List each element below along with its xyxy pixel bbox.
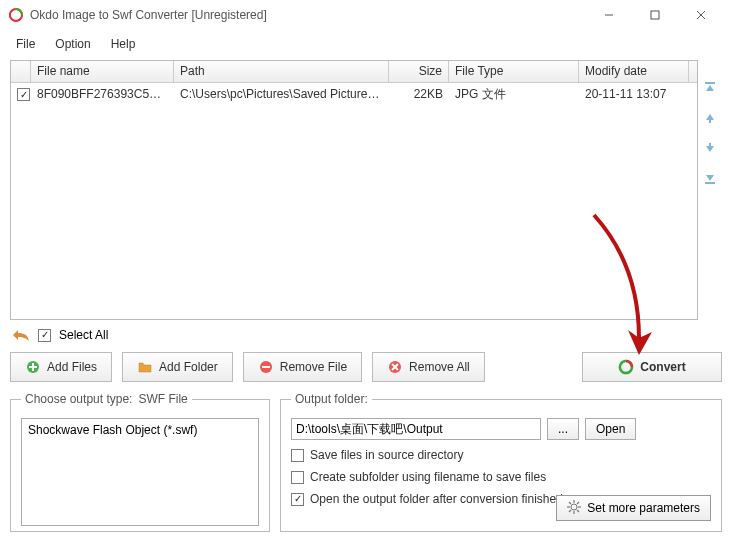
select-all-label: Select All [59, 328, 108, 342]
file-table: File name Path Size File Type Modify dat… [10, 60, 698, 320]
side-toolbar [702, 80, 718, 186]
table-row[interactable]: 8F090BFF276393C5A901... C:\Users\pc\Pict… [11, 83, 697, 105]
cancel-icon [387, 359, 403, 375]
select-all-checkbox[interactable] [38, 329, 51, 342]
create-subfolder-label: Create subfolder using filename to save … [310, 470, 546, 484]
convert-icon [618, 359, 634, 375]
move-down-icon[interactable] [702, 140, 718, 156]
output-type-list[interactable]: Shockwave Flash Object (*.swf) [21, 418, 259, 526]
cell-filename: 8F090BFF276393C5A901... [31, 84, 174, 104]
output-folder-panel: Output folder: ... Open Save files in so… [280, 392, 722, 532]
svg-point-16 [571, 504, 577, 510]
menu-file[interactable]: File [6, 33, 45, 55]
open-after-checkbox[interactable] [291, 493, 304, 506]
remove-all-button[interactable]: Remove All [372, 352, 485, 382]
svg-line-24 [569, 510, 571, 512]
create-subfolder-checkbox[interactable] [291, 471, 304, 484]
cell-filetype: JPG 文件 [449, 83, 579, 106]
move-bottom-icon[interactable] [702, 170, 718, 186]
svg-line-21 [569, 502, 571, 504]
col-size[interactable]: Size [389, 61, 449, 82]
minus-icon [258, 359, 274, 375]
output-type-item[interactable]: Shockwave Flash Object (*.swf) [28, 423, 252, 437]
convert-button[interactable]: Convert [582, 352, 722, 382]
row-checkbox[interactable] [17, 88, 30, 101]
select-all-row: Select All [10, 320, 722, 352]
menu-option[interactable]: Option [45, 33, 100, 55]
move-top-icon[interactable] [702, 80, 718, 96]
add-files-button[interactable]: Add Files [10, 352, 112, 382]
cell-size: 22KB [389, 84, 449, 104]
window-title: Okdo Image to Swf Converter [Unregistere… [30, 8, 586, 22]
save-source-checkbox[interactable] [291, 449, 304, 462]
title-bar: Okdo Image to Swf Converter [Unregistere… [0, 0, 732, 30]
gear-icon [567, 500, 581, 517]
move-up-icon[interactable] [702, 110, 718, 126]
undo-icon[interactable] [12, 326, 30, 344]
browse-button[interactable]: ... [547, 418, 579, 440]
output-type-panel: Choose output type: SWF File Shockwave F… [10, 392, 270, 532]
remove-file-button[interactable]: Remove File [243, 352, 362, 382]
menu-bar: File Option Help [0, 30, 732, 58]
menu-help[interactable]: Help [101, 33, 146, 55]
save-source-label: Save files in source directory [310, 448, 463, 462]
col-modify[interactable]: Modify date [579, 61, 689, 82]
maximize-button[interactable] [632, 0, 678, 30]
col-filename[interactable]: File name [31, 61, 174, 82]
svg-line-22 [577, 510, 579, 512]
set-more-parameters-button[interactable]: Set more parameters [556, 495, 711, 521]
col-filetype[interactable]: File Type [449, 61, 579, 82]
cell-path: C:\Users\pc\Pictures\Saved Pictures\... [174, 84, 389, 104]
table-header: File name Path Size File Type Modify dat… [11, 61, 697, 83]
open-folder-button[interactable]: Open [585, 418, 636, 440]
svg-line-23 [577, 502, 579, 504]
svg-rect-1 [651, 11, 659, 19]
col-path[interactable]: Path [174, 61, 389, 82]
minimize-button[interactable] [586, 0, 632, 30]
folder-icon [137, 359, 153, 375]
output-type-legend: Choose output type: SWF File [21, 392, 192, 406]
app-icon [8, 7, 24, 23]
output-folder-input[interactable] [291, 418, 541, 440]
output-folder-legend: Output folder: [291, 392, 372, 406]
add-folder-button[interactable]: Add Folder [122, 352, 233, 382]
button-bar: Add Files Add Folder Remove File Remove … [10, 352, 722, 382]
close-button[interactable] [678, 0, 724, 30]
plus-icon [25, 359, 41, 375]
open-after-label: Open the output folder after conversion … [310, 492, 563, 506]
cell-modify: 20-11-11 13:07 [579, 84, 689, 104]
